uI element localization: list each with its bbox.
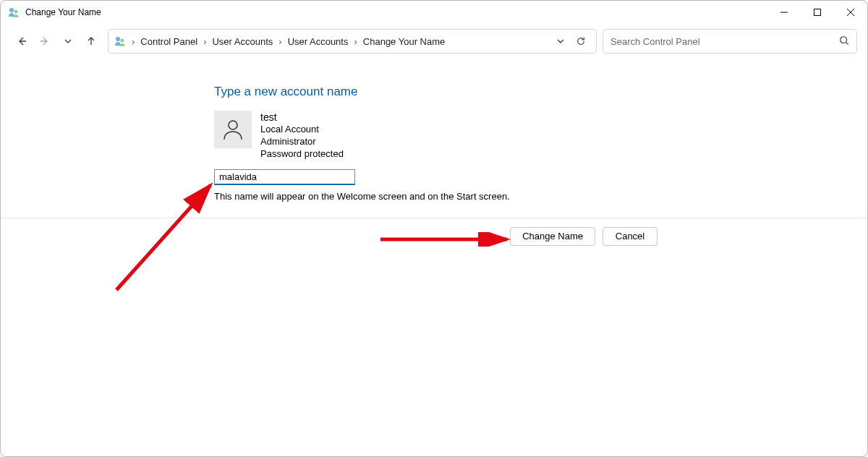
user-accounts-icon (8, 7, 20, 18)
account-protection: Password protected (260, 148, 344, 161)
svg-point-0 (9, 8, 14, 12)
svg-point-9 (229, 121, 237, 129)
window-title: Change Your Name (25, 7, 101, 17)
recent-locations-button[interactable] (57, 30, 79, 52)
search-box[interactable] (603, 29, 857, 54)
chevron-right-icon[interactable]: › (130, 36, 136, 47)
search-icon[interactable] (839, 35, 849, 48)
breadcrumb-user-accounts-1[interactable]: User Accounts (209, 36, 276, 47)
svg-point-6 (116, 37, 120, 41)
breadcrumb-control-panel[interactable]: Control Panel (137, 36, 200, 47)
forward-button[interactable] (34, 30, 56, 52)
page-heading: Type a new account name (214, 85, 867, 99)
account-name: test (260, 111, 344, 124)
svg-rect-3 (814, 9, 821, 16)
account-role: Administrator (260, 136, 344, 148)
change-name-button[interactable]: Change Name (510, 227, 595, 246)
address-dropdown-button[interactable] (551, 32, 570, 51)
account-summary: test Local Account Administrator Passwor… (214, 111, 867, 161)
up-button[interactable] (80, 30, 102, 52)
breadcrumb-change-your-name[interactable]: Change Your Name (360, 36, 448, 47)
address-bar[interactable]: › Control Panel › User Accounts › User A… (108, 29, 597, 54)
breadcrumb-user-accounts-2[interactable]: User Accounts (285, 36, 352, 47)
navigation-bar: › Control Panel › User Accounts › User A… (1, 24, 867, 59)
svg-point-7 (121, 39, 124, 43)
close-button[interactable] (834, 1, 867, 24)
helper-text: This name will appear on the Welcome scr… (214, 191, 867, 202)
new-account-name-input[interactable] (214, 169, 355, 185)
button-bar: Change Name Cancel (1, 218, 867, 246)
back-button[interactable] (11, 30, 33, 52)
window-controls (767, 1, 867, 24)
chevron-right-icon[interactable]: › (352, 36, 358, 47)
user-accounts-icon (114, 35, 126, 47)
content-area: Type a new account name test Local Accou… (1, 59, 867, 456)
minimize-button[interactable] (767, 1, 801, 24)
cancel-button[interactable]: Cancel (603, 227, 658, 246)
window: Change Your Name (0, 0, 868, 457)
chevron-right-icon[interactable]: › (202, 36, 208, 47)
account-type: Local Account (260, 124, 344, 136)
search-input[interactable] (610, 36, 839, 47)
chevron-right-icon[interactable]: › (277, 36, 283, 47)
svg-point-1 (14, 10, 18, 14)
title-bar: Change Your Name (1, 1, 867, 24)
avatar (214, 111, 252, 148)
maximize-button[interactable] (801, 1, 834, 24)
refresh-button[interactable] (571, 32, 590, 51)
svg-point-8 (841, 36, 847, 43)
